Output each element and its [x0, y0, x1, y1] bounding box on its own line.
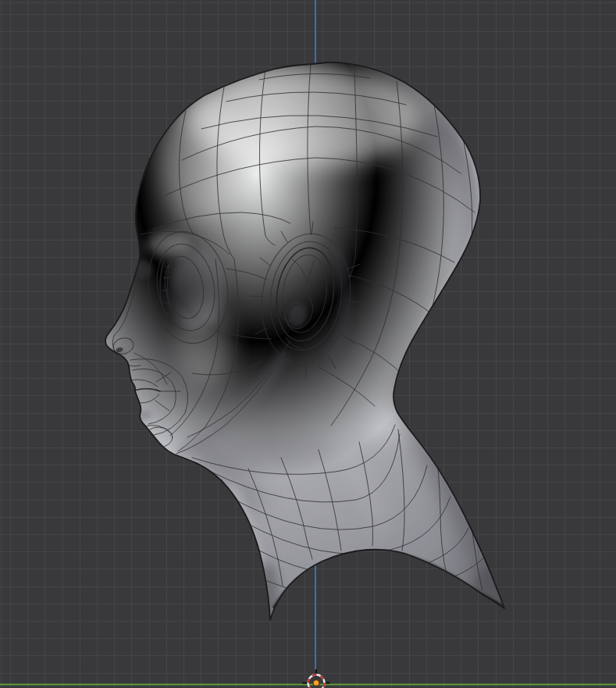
head-mesh-object[interactable] — [105, 62, 512, 625]
object-origin-dot[interactable] — [313, 680, 319, 686]
viewport-3d[interactable] — [0, 0, 616, 688]
scene-canvas — [0, 0, 616, 688]
cursor-3d[interactable] — [303, 669, 330, 688]
